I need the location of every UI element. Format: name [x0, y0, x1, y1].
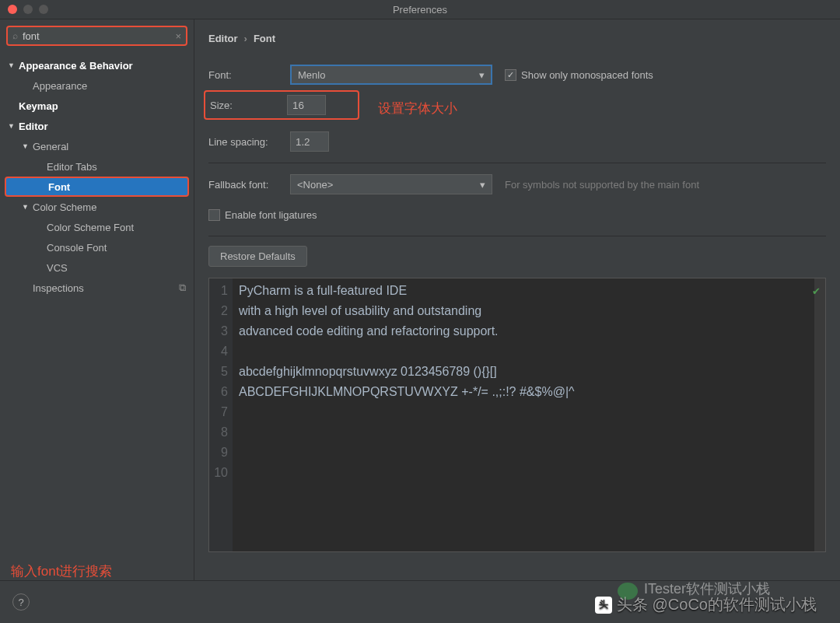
search-input[interactable]	[23, 30, 175, 42]
sidebar-item-general[interactable]: ▼General	[0, 136, 194, 156]
tree-arrow-icon: ▼	[22, 142, 33, 150]
line-spacing-input[interactable]	[290, 131, 329, 152]
sidebar-item-appearance[interactable]: Appearance	[0, 75, 194, 96]
sidebar-item-label: VCS	[47, 262, 68, 274]
breadcrumb: Editor › Font	[208, 27, 826, 49]
check-icon: ✔	[812, 282, 821, 302]
sidebar: ⌕ × ▼Appearance & BehaviorAppearanceKeym…	[0, 19, 194, 580]
font-preview: 12345678910 PyCharm is a full-featured I…	[208, 278, 826, 552]
sidebar-item-label: Console Font	[47, 242, 107, 254]
main-panel: Editor › Font Font: Menlo ▾ ✓ Show only …	[194, 19, 840, 580]
font-select[interactable]: Menlo ▾	[290, 65, 492, 85]
sidebar-item-label: Editor	[19, 121, 48, 132]
ligatures-label: Enable font ligatures	[225, 209, 317, 221]
sidebar-item-label: Inspections	[33, 282, 84, 294]
fallback-select[interactable]: <None> ▾	[290, 174, 492, 194]
font-form: Font: Menlo ▾ ✓ Show only monospaced fon…	[208, 63, 826, 552]
crumb-editor[interactable]: Editor	[208, 33, 238, 44]
traffic-lights	[8, 5, 48, 14]
size-input[interactable]	[287, 95, 326, 115]
tree-arrow-icon: ▼	[22, 203, 33, 211]
ligatures-checkbox[interactable]	[208, 209, 220, 221]
tree-arrow-icon: ▼	[8, 61, 19, 69]
sidebar-item-label: Font	[48, 181, 70, 193]
sidebar-item-label: Color Scheme Font	[47, 222, 134, 233]
fallback-hint: For symbols not supported by the main fo…	[505, 179, 699, 191]
font-value: Menlo	[298, 69, 325, 81]
toutiao-icon: 头	[595, 597, 612, 614]
size-row-highlight: Size:	[204, 90, 359, 120]
restore-defaults-button[interactable]: Restore Defaults	[208, 246, 307, 267]
sidebar-item-font[interactable]: Font	[5, 177, 189, 197]
sidebar-item-label: General	[33, 141, 68, 152]
crumb-sep-icon: ›	[244, 33, 247, 44]
monospace-label: Show only monospaced fonts	[521, 69, 653, 81]
chevron-down-icon: ▾	[479, 69, 485, 81]
crumb-font: Font	[254, 33, 275, 44]
close-dot-icon[interactable]	[8, 5, 17, 14]
preview-gutter: 12345678910	[209, 278, 233, 551]
monospace-checkbox[interactable]: ✓	[505, 69, 516, 81]
sidebar-item-vcs[interactable]: VCS	[0, 257, 194, 278]
sidebar-item-console-font[interactable]: Console Font	[0, 237, 194, 257]
preview-code: PyCharm is a full-featured IDEwith a hig…	[233, 278, 814, 551]
sidebar-item-label: Appearance & Behavior	[19, 60, 133, 72]
sidebar-item-color-scheme[interactable]: ▼Color Scheme	[0, 197, 194, 217]
minimize-dot-icon[interactable]	[23, 5, 33, 14]
preview-scrollbar[interactable]	[814, 278, 825, 551]
clear-icon[interactable]: ×	[175, 30, 181, 42]
sidebar-item-label: Editor Tabs	[47, 161, 97, 173]
fallback-label: Fallback font:	[208, 179, 290, 191]
titlebar: Preferences	[0, 0, 840, 19]
fallback-value: <None>	[297, 179, 333, 191]
search-icon: ⌕	[12, 30, 18, 41]
sidebar-item-label: Keymap	[19, 100, 58, 112]
tree-arrow-icon: ▼	[8, 122, 19, 130]
sidebar-item-label: Appearance	[33, 80, 87, 92]
sidebar-item-color-scheme-font[interactable]: Color Scheme Font	[0, 217, 194, 237]
copy-icon[interactable]: ⧉	[179, 282, 186, 294]
sidebar-item-label: Color Scheme	[33, 201, 96, 213]
line-spacing-label: Line spacing:	[208, 136, 290, 148]
help-button[interactable]: ?	[12, 593, 30, 611]
annotation-size: 设置字体大小	[378, 100, 457, 117]
sidebar-item-inspections[interactable]: Inspections⧉	[0, 278, 194, 298]
font-label: Font:	[208, 69, 290, 81]
sidebar-item-editor[interactable]: ▼Editor	[0, 116, 194, 136]
chevron-down-icon: ▾	[480, 179, 485, 191]
sidebar-item-keymap[interactable]: Keymap	[0, 96, 194, 116]
window-title: Preferences	[393, 4, 447, 16]
divider	[208, 163, 826, 163]
divider	[208, 236, 826, 236]
zoom-dot-icon[interactable]	[39, 5, 48, 14]
size-label: Size:	[210, 100, 287, 111]
settings-tree: ▼Appearance & BehaviorAppearanceKeymap▼E…	[0, 52, 194, 523]
annotation-search: 输入font进行搜索	[0, 562, 194, 580]
sidebar-item-editor-tabs[interactable]: Editor Tabs	[0, 156, 194, 177]
search-box[interactable]: ⌕ ×	[6, 26, 187, 46]
sidebar-item-appearance-behavior[interactable]: ▼Appearance & Behavior	[0, 55, 194, 75]
watermark: 头 头条 @CoCo的软件测试小栈	[595, 594, 817, 615]
